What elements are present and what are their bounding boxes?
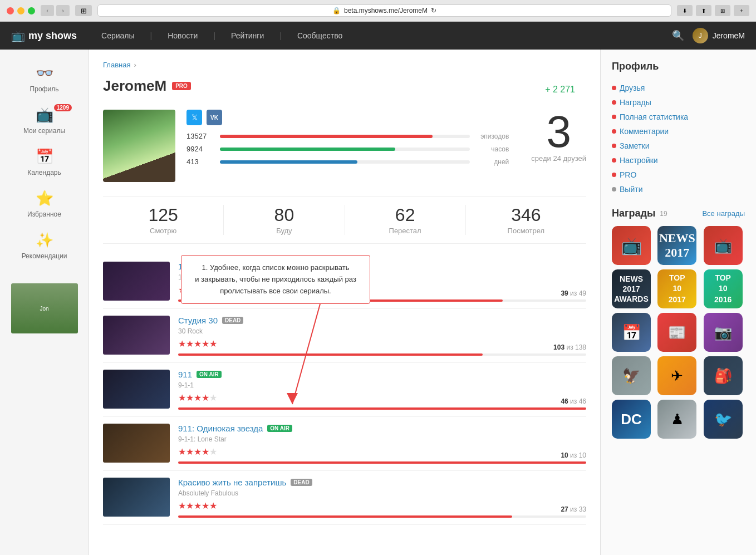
- profile-stats: 𝕏 VK 13527 эпизодов 9924: [186, 110, 509, 182]
- sidebar-item-favorites[interactable]: ⭐ Избранное: [0, 183, 89, 225]
- award-item[interactable]: ✈: [657, 356, 696, 395]
- nav-news[interactable]: Новости: [165, 31, 200, 40]
- sidebar-link-awards[interactable]: Награды: [612, 95, 745, 110]
- main-wrapper: 👓 Профиль 1209 📺 Мои сериалы 📅 Календарь…: [0, 50, 756, 555]
- award-item[interactable]: ♟: [657, 400, 696, 439]
- sidebar-link-pro[interactable]: PRO: [612, 168, 745, 182]
- hours-bar-track: [220, 148, 470, 151]
- hours-label: часов: [475, 145, 509, 153]
- sidebar-item-profile[interactable]: 👓 Профиль: [0, 58, 89, 100]
- days-bar-track: [220, 160, 470, 164]
- show-title-link[interactable]: Красиво жить не запретишь: [178, 478, 286, 487]
- nav-community[interactable]: Сообщество: [295, 31, 345, 40]
- nav-serials[interactable]: Сериалы: [99, 31, 137, 40]
- show-rating: ★★★★★: [178, 446, 586, 457]
- sidebar-item-myshows[interactable]: 1209 📺 Мои сериалы: [0, 100, 89, 141]
- watching-label: Смотрю: [103, 227, 223, 235]
- sidebar-link-comments[interactable]: Комментарии: [612, 124, 745, 139]
- sidebar-label-myshows: Мои сериалы: [23, 127, 65, 135]
- breadcrumb: Главная ›: [103, 61, 586, 69]
- back-button[interactable]: ‹: [41, 5, 54, 16]
- sidebar-label-favorites: Избранное: [27, 210, 61, 218]
- award-item[interactable]: 📷: [704, 313, 743, 352]
- new-tab-button[interactable]: ⊞: [715, 5, 730, 16]
- award-item[interactable]: 🐦: [704, 400, 743, 439]
- sidebar-link-friends[interactable]: Друзья: [612, 81, 745, 95]
- username-label: JeromeM: [713, 31, 745, 40]
- awards-header: Награды 19 Все награды: [612, 208, 745, 219]
- sidebar-item-recommendations[interactable]: ✨ Рекомендации: [0, 225, 89, 267]
- logo-icon: 📺: [11, 29, 25, 42]
- sidebar-link-notes[interactable]: Заметки: [612, 139, 745, 153]
- download-button[interactable]: ⬇: [677, 5, 693, 16]
- browser-chrome: ‹ › ⊞ 🔒 beta.myshows.me/JeromeM ↻ ⬇ ⬆ ⊞ …: [0, 0, 756, 22]
- award-item[interactable]: 🦅: [612, 356, 651, 395]
- svg-marker-1: [287, 393, 298, 404]
- award-item[interactable]: 📺: [704, 226, 743, 265]
- notes-link[interactable]: Заметки: [620, 141, 650, 150]
- hours-bar-fill: [220, 148, 395, 151]
- vk-button[interactable]: VK: [207, 110, 222, 125]
- profile-points: + 2 271: [545, 85, 586, 95]
- award-item[interactable]: TOP102017: [657, 269, 696, 308]
- award-icon: DC: [621, 411, 642, 428]
- show-progress-text: 27 из 33: [561, 505, 586, 513]
- sidebar-toggle-button[interactable]: ⊞: [75, 5, 92, 16]
- twitter-button[interactable]: 𝕏: [186, 110, 202, 125]
- show-progress-text: 10 из 10: [561, 451, 586, 459]
- profile-name: JeromeM PRO: [103, 77, 191, 95]
- full-stats-link[interactable]: Полная статистика: [620, 112, 688, 121]
- show-progress-bar: 27 из 33: [178, 515, 586, 518]
- sidebar-link-stats[interactable]: Полная статистика: [612, 110, 745, 124]
- awards-link-item[interactable]: Награды: [620, 98, 651, 107]
- watched-label: Посмотрел: [466, 227, 586, 235]
- sidebar-link-logout[interactable]: Выйти: [612, 182, 745, 197]
- award-item[interactable]: 📅: [612, 313, 651, 352]
- reload-icon: ↻: [431, 7, 436, 14]
- breadcrumb-home[interactable]: Главная: [103, 61, 130, 69]
- maximize-button[interactable]: [28, 7, 35, 14]
- share-button[interactable]: ⬆: [696, 5, 711, 16]
- calendar-icon: 📅: [36, 148, 53, 165]
- profile-photo-container: [103, 110, 175, 182]
- show-rating: ★★★★★: [178, 500, 586, 511]
- show-thumbnail: [103, 478, 170, 517]
- show-subtitle: 9-1-1: Lone Star: [178, 435, 586, 443]
- award-item[interactable]: 📺: [612, 226, 651, 265]
- days-value: 413: [186, 158, 214, 166]
- sidebar-link-settings[interactable]: Настройки: [612, 153, 745, 168]
- hours-value: 9924: [186, 145, 214, 153]
- logo[interactable]: 📺 my shows: [11, 29, 77, 42]
- show-status-badge: ON AIR: [267, 425, 292, 432]
- pro-link[interactable]: PRO: [620, 170, 636, 179]
- minimize-button[interactable]: [17, 7, 24, 14]
- comments-link[interactable]: Комментарии: [620, 127, 669, 136]
- award-icon: 🐦: [714, 411, 732, 428]
- search-button[interactable]: 🔍: [672, 30, 684, 42]
- award-item[interactable]: NEWS2017AWARDS: [612, 269, 651, 308]
- close-button[interactable]: [7, 7, 14, 14]
- url-bar[interactable]: 🔒 beta.myshows.me/JeromeM ↻: [97, 4, 671, 17]
- myshows-badge: 1209: [54, 104, 72, 111]
- award-item[interactable]: TOP102016: [704, 269, 743, 308]
- award-item[interactable]: 📰: [657, 313, 696, 352]
- add-button[interactable]: +: [734, 5, 749, 16]
- user-profile-button[interactable]: J JeromeM: [693, 28, 745, 43]
- show-title-link[interactable]: 911: Одинокая звезда: [178, 424, 263, 433]
- myshows-icon: 📺: [36, 106, 53, 124]
- show-info: Красиво жить не запретишь DEAD Absolutel…: [178, 478, 586, 518]
- nav-ratings[interactable]: Рейтинги: [229, 31, 266, 40]
- sidebar-item-calendar[interactable]: 📅 Календарь: [0, 141, 89, 183]
- all-awards-link[interactable]: Все награды: [702, 209, 745, 218]
- award-item[interactable]: DC: [612, 400, 651, 439]
- show-thumbnail: [103, 370, 170, 409]
- award-item[interactable]: 🎒: [704, 356, 743, 395]
- award-item[interactable]: NEWS2017: [657, 226, 696, 265]
- forward-button[interactable]: ›: [56, 5, 70, 16]
- settings-link[interactable]: Настройки: [620, 156, 658, 165]
- friends-link[interactable]: Друзья: [620, 84, 645, 92]
- logout-link[interactable]: Выйти: [620, 185, 642, 194]
- watching-count: 125: [103, 205, 223, 225]
- awards-section-title: Награды: [612, 208, 655, 219]
- show-thumbnail: [103, 316, 170, 355]
